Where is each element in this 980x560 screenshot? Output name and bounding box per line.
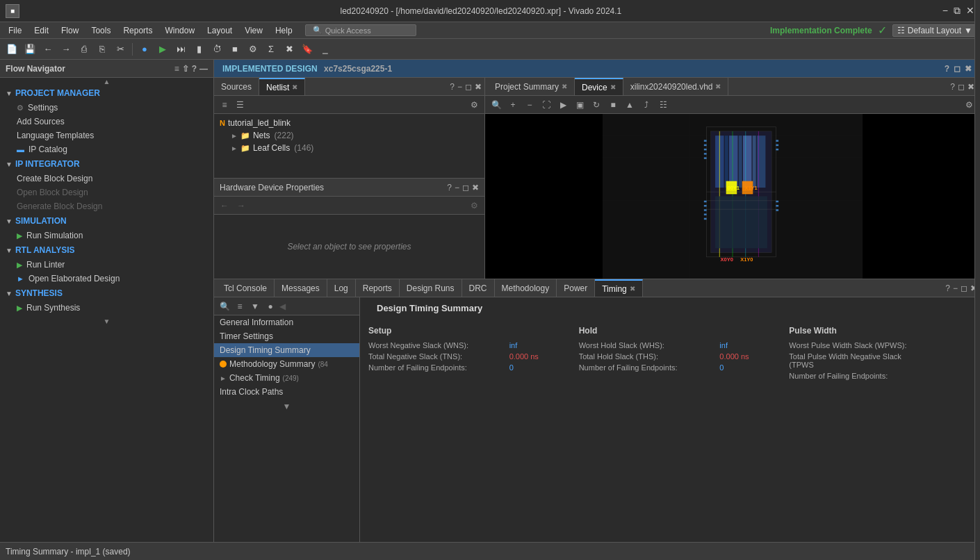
- impl-max-icon[interactable]: ◻: [954, 64, 961, 74]
- timing-tree-intra-clock[interactable]: Intra Clock Paths: [214, 385, 359, 399]
- timing-tree-general-info[interactable]: General Information: [214, 315, 359, 329]
- tab-methodology[interactable]: Methodology: [495, 279, 557, 297]
- device-settings-icon[interactable]: ⚙: [962, 98, 976, 112]
- timing-tree-timer-settings[interactable]: Timer Settings: [214, 329, 359, 343]
- stop-button[interactable]: ▮: [191, 42, 206, 57]
- expand-btn[interactable]: ☰: [234, 99, 246, 111]
- tree-leaf-cells[interactable]: ► 📁 Leaf Cells (146): [217, 142, 482, 154]
- menu-window[interactable]: Window: [159, 24, 200, 37]
- zoom-in-btn[interactable]: +: [506, 98, 520, 112]
- menu-help[interactable]: Help: [270, 24, 298, 37]
- nav-run-synthesis[interactable]: ▶ Run Synthesis: [0, 301, 213, 315]
- layout-selector[interactable]: ☷ Default Layout ▼: [892, 24, 977, 37]
- select-btn[interactable]: ▶: [556, 98, 570, 112]
- refresh-btn[interactable]: ↻: [589, 98, 603, 112]
- impl-help-icon[interactable]: ?: [945, 64, 949, 74]
- tab-drc[interactable]: DRC: [462, 279, 495, 297]
- nav-run-linter[interactable]: ▶ Run Linter: [0, 258, 213, 272]
- program-button[interactable]: ●: [137, 42, 152, 57]
- sources-help-icon[interactable]: ?: [450, 82, 455, 92]
- section-simulation[interactable]: ▼ SIMULATION: [0, 213, 213, 229]
- menu-view[interactable]: View: [239, 24, 268, 37]
- sources-min-icon[interactable]: −: [457, 82, 462, 92]
- section-synthesis[interactable]: ▼ SYNTHESIS: [0, 286, 213, 301]
- menu-file[interactable]: File: [3, 24, 27, 37]
- close-design-button[interactable]: ✖: [281, 42, 297, 57]
- nav-language-templates[interactable]: Language Templates: [0, 129, 213, 142]
- nav-ip-catalog[interactable]: ▬ IP Catalog: [0, 142, 213, 156]
- nav-create-block-design[interactable]: Create Block Design: [0, 172, 213, 186]
- restore-button[interactable]: ⧉: [954, 5, 961, 17]
- cut-button[interactable]: ✂: [113, 42, 128, 57]
- paste-button[interactable]: ⎘: [95, 42, 110, 57]
- step-button[interactable]: ⏭: [173, 42, 188, 57]
- tab-tcl-console[interactable]: Tcl Console: [217, 279, 275, 297]
- device-gear-btn[interactable]: ⚙: [962, 98, 976, 112]
- tab-vhd-file[interactable]: xilinx20240920led.vhd ✖: [623, 78, 729, 95]
- tab-netlist[interactable]: Netlist ✖: [259, 78, 305, 95]
- quick-access-input[interactable]: 🔍 Quick Access: [305, 24, 416, 36]
- hw-settings-btn[interactable]: ⚙: [468, 199, 480, 212]
- tab-design-runs[interactable]: Design Runs: [400, 279, 462, 297]
- tab-timing[interactable]: Timing ✖: [595, 279, 643, 297]
- nav-add-sources[interactable]: Add Sources: [0, 115, 213, 129]
- nav-open-elaborated-design[interactable]: ► Open Elaborated Design: [0, 272, 213, 286]
- timing-pause-btn[interactable]: ●: [264, 300, 277, 313]
- back-button[interactable]: ←: [40, 42, 56, 57]
- nav-settings[interactable]: ⚙ Settings: [0, 101, 213, 115]
- tab-device[interactable]: Device ✖: [575, 78, 623, 95]
- menu-flow[interactable]: Flow: [56, 24, 84, 37]
- sources-max-icon[interactable]: ◻: [465, 82, 472, 92]
- tree-leaf-arrow[interactable]: ►: [231, 145, 238, 152]
- clock-button[interactable]: ⏱: [209, 42, 224, 57]
- timing-tree-check-timing[interactable]: ► Check Timing (249): [214, 371, 359, 385]
- save-button[interactable]: 💾: [22, 42, 38, 57]
- menu-tools[interactable]: Tools: [85, 24, 116, 37]
- run-button[interactable]: ▶: [155, 42, 170, 57]
- hw-forward-btn[interactable]: →: [235, 199, 247, 212]
- tab-timing-close[interactable]: ✖: [630, 285, 635, 293]
- tab-power[interactable]: Power: [557, 279, 595, 297]
- hw-min-icon[interactable]: −: [455, 183, 459, 192]
- module-button[interactable]: ■: [227, 42, 243, 57]
- tab-reports[interactable]: Reports: [356, 279, 400, 297]
- bottom-max-icon[interactable]: ◻: [961, 283, 967, 293]
- menu-reports[interactable]: Reports: [117, 24, 158, 37]
- timing-collapse-handle[interactable]: ◀: [279, 302, 285, 311]
- flow-nav-help-icon[interactable]: ?: [192, 64, 197, 74]
- timing-tree-methodology[interactable]: Methodology Summary (84: [214, 357, 359, 371]
- hw-gear-icon[interactable]: ⚙: [468, 199, 480, 212]
- sources-close-icon[interactable]: ✖: [475, 82, 482, 92]
- new-button[interactable]: 📄: [4, 42, 19, 57]
- settings-button[interactable]: ⚙: [245, 42, 261, 57]
- waveform-button[interactable]: ⎯: [318, 42, 333, 57]
- nav-run-simulation[interactable]: ▶ Run Simulation: [0, 229, 213, 242]
- timing-filter-btn[interactable]: ▼: [249, 300, 261, 313]
- hw-max-icon[interactable]: ◻: [462, 183, 469, 192]
- timing-tree-design-summary[interactable]: Design Timing Summary: [214, 343, 359, 357]
- highlight-btn[interactable]: ■: [606, 98, 620, 112]
- device-max-icon[interactable]: ◻: [958, 82, 965, 92]
- tab-device-close[interactable]: ✖: [610, 83, 616, 91]
- forward-button[interactable]: →: [58, 42, 74, 57]
- timing-collapse-btn[interactable]: ≡: [234, 300, 246, 313]
- hw-help-icon[interactable]: ?: [447, 183, 452, 192]
- zoom-fit2-btn[interactable]: ⛶: [539, 98, 553, 112]
- auto-route-btn[interactable]: ⤴: [639, 98, 653, 112]
- hw-back-btn[interactable]: ←: [218, 199, 231, 212]
- sources-gear-btn[interactable]: ⚙: [468, 99, 480, 111]
- tab-sources[interactable]: Sources: [214, 78, 259, 95]
- section-project-manager[interactable]: ▼ PROJECT MANAGER: [0, 85, 213, 101]
- tree-root[interactable]: N tutorial_led_blink: [217, 117, 482, 129]
- tree-nets[interactable]: ► 📁 Nets (222): [217, 129, 482, 142]
- tab-netlist-close[interactable]: ✖: [292, 83, 297, 91]
- marker-button[interactable]: 🔖: [300, 42, 315, 57]
- tab-messages[interactable]: Messages: [275, 279, 327, 297]
- flow-nav-pin-icon[interactable]: ⇧: [182, 64, 189, 74]
- tab-log[interactable]: Log: [327, 279, 356, 297]
- route-btn[interactable]: ▣: [573, 98, 587, 112]
- hw-close-icon[interactable]: ✖: [472, 183, 479, 192]
- tab-vhd-close[interactable]: ✖: [715, 83, 721, 90]
- device-close-icon[interactable]: ✖: [967, 82, 974, 92]
- menu-layout[interactable]: Layout: [202, 24, 238, 37]
